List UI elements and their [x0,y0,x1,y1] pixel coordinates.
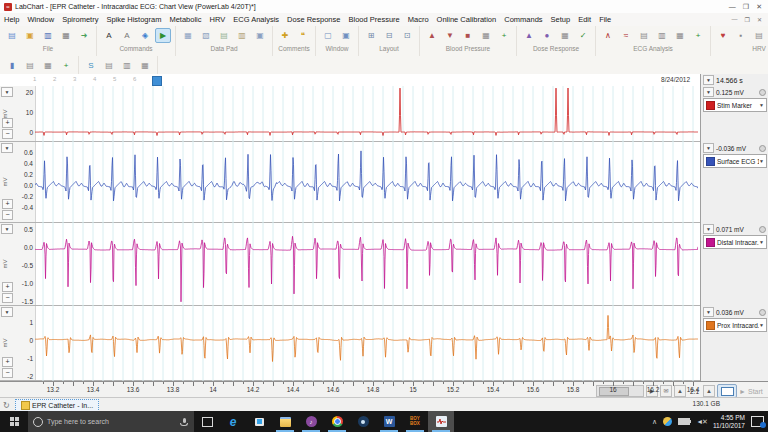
axis-dropdown-icon[interactable]: ▼ [1,87,13,97]
hrv-view-icon[interactable]: ▪ [733,28,749,43]
menu-ecg-analysis[interactable]: ECG Analysis [229,15,283,24]
channel-stim-marker[interactable]: ▼mV+−20100 [0,86,700,142]
lock-icon[interactable] [759,309,766,316]
menu-dose-response[interactable]: Dose Response [283,15,344,24]
hrv-table-icon[interactable]: ▤ [751,28,767,43]
boybox-app-icon[interactable]: BOYBOX [402,411,428,432]
menu-hrv[interactable]: HRV [206,15,230,24]
channel-dropdown-icon[interactable]: ▼ [759,239,766,245]
stack-windows-icon[interactable]: ⊟ [381,28,397,43]
channel-scale-dropdown-icon[interactable]: ▼ [703,143,714,153]
close-button[interactable]: ✕ [756,3,762,11]
tile-windows-icon[interactable]: ⊞ [363,28,379,43]
bp-analysis-icon[interactable]: ■ [460,28,476,43]
ecg-add-icon[interactable]: + [690,28,706,43]
zoom-in-button[interactable]: + [2,118,13,128]
battery-icon[interactable] [678,418,690,425]
channel-dropdown-icon[interactable]: ▼ [759,102,766,108]
ecg-averaging-icon[interactable]: ▤ [636,28,652,43]
save-icon[interactable]: ▥ [40,28,56,43]
ecg-table-icon[interactable]: ▥ [654,28,670,43]
dr-curve-icon[interactable]: ● [539,28,555,43]
find-options-icon[interactable]: A [119,28,135,43]
zoom-in-button[interactable]: + [2,282,13,292]
channel-scale-dropdown-icon[interactable]: ▼ [703,307,714,317]
lock-icon[interactable] [759,145,766,152]
compression-up-button[interactable]: ▲ [703,385,715,397]
dr-table-icon[interactable]: ▦ [557,28,573,43]
print-icon[interactable]: ▦ [58,28,74,43]
zoom-in-button[interactable]: + [2,357,13,367]
block-marker[interactable]: 1 [33,76,36,82]
chart-view[interactable]: ▼mV+−20100▼mV+−0.60.40.20.0-0.2-0.4▼mV+−… [0,86,700,381]
word-icon[interactable]: W [376,411,402,432]
clock[interactable]: 4:55 PM 11/10/2017 [713,414,745,429]
bp-table-icon[interactable]: ▦ [478,28,494,43]
menu-metabolic[interactable]: Metabolic [165,15,205,24]
channel-prox-intracard[interactable]: ▼mV+−10-1-2 [0,306,700,381]
marker-icon[interactable]: ◈ [137,28,153,43]
find-icon[interactable]: A [101,28,117,43]
file-explorer-icon[interactable] [272,411,298,432]
datapad-select-icon[interactable]: ▤ [216,28,232,43]
child-restore-button[interactable]: ❐ [745,16,750,23]
zoom-out-button[interactable]: − [2,129,13,139]
bp-settings-icon[interactable]: ▲ [424,28,440,43]
menu-online-calibration[interactable]: Online Calibration [433,15,501,24]
block-marker[interactable]: 6 [133,76,136,82]
datapad-window-icon[interactable]: ▣ [252,28,268,43]
block-marker[interactable]: 5 [113,76,116,82]
waveform-plot[interactable] [35,86,698,142]
ecg-report-icon[interactable]: ▦ [672,28,688,43]
datapad-options-icon[interactable]: ▥ [234,28,250,43]
chart-window-icon[interactable]: ▣ [338,28,354,43]
open-file-icon[interactable]: ▣ [22,28,38,43]
search-input[interactable]: Type here to search [28,411,194,432]
new-file-icon[interactable]: ▤ [4,28,20,43]
menu-macro[interactable]: Macro [404,15,433,24]
dr-settings-icon[interactable]: ▲ [521,28,537,43]
document-tab[interactable]: EPR Catheter - In... [15,399,99,412]
spike-settings-icon[interactable]: ▮ [4,58,20,73]
selected-block[interactable] [152,76,162,86]
auto-scroll-button[interactable] [717,384,737,398]
menu-file[interactable]: File [595,15,615,24]
menu-window[interactable]: Window [23,15,58,24]
compression-down-button[interactable]: ▲ [674,385,686,397]
channel-dropdown-icon[interactable]: ▼ [759,158,766,164]
task-view-icon[interactable] [194,411,220,432]
block-marker[interactable]: 4 [93,76,96,82]
bp-view-icon[interactable]: ▼ [442,28,458,43]
axis-dropdown-icon[interactable]: ▼ [1,307,13,317]
menu-edit[interactable]: Edit [574,15,595,24]
axis-dropdown-icon[interactable]: ▼ [1,224,13,234]
waveform-plot[interactable] [35,142,698,223]
restore-button[interactable]: ❐ [743,3,749,11]
chrome-icon[interactable] [324,411,350,432]
arrange-windows-icon[interactable]: ⊡ [399,28,415,43]
spike-view-icon[interactable]: ▤ [22,58,38,73]
menu-setup[interactable]: Setup [547,15,575,24]
start-button[interactable] [0,411,28,432]
comment-jump-button[interactable]: ✉ [660,385,672,397]
axis-dropdown-icon[interactable]: ▼ [1,143,13,153]
hrv-settings-icon[interactable]: ♥ [715,28,731,43]
channel-selector[interactable]: Prox Intracard...▼ [703,318,767,332]
datapad-view-icon[interactable]: ▦ [180,28,196,43]
lock-icon[interactable] [759,226,766,233]
zoom-out-button[interactable]: − [2,293,13,303]
child-minimize-button[interactable]: — [732,16,738,23]
minimize-button[interactable]: — [729,3,736,11]
block-marker[interactable]: 3 [73,76,76,82]
spiro-flow-icon[interactable]: ▥ [119,58,135,73]
waveform-plot[interactable] [35,306,698,381]
menu-spirometry[interactable]: Spirometry [58,15,102,24]
zoom-out-button[interactable]: − [2,210,13,220]
datapad-add-icon[interactable]: ▧ [198,28,214,43]
tray-chevron-icon[interactable]: ∧ [652,418,657,426]
export-icon[interactable]: ➜ [76,28,92,43]
volume-muted-icon[interactable]: ◄✕ [696,418,707,426]
add-comment-icon[interactable]: ✚ [277,28,293,43]
menu-spike-histogram[interactable]: Spike Histogram [102,15,165,24]
media-app-icon[interactable]: ♪ [298,411,324,432]
